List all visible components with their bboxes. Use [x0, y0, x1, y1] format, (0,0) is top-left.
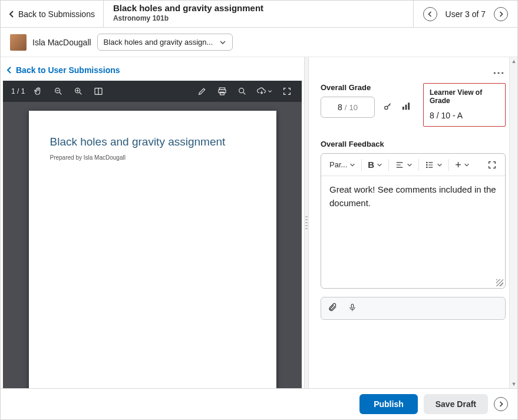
chevron-down-icon	[268, 89, 272, 94]
editor-fullscreen-button[interactable]	[485, 158, 499, 172]
fullscreen-icon	[282, 87, 292, 96]
print-button[interactable]	[212, 81, 232, 102]
fullscreen-icon	[487, 160, 497, 170]
search-button[interactable]	[232, 81, 252, 102]
overall-feedback-label: Overall Feedback	[321, 140, 506, 148]
plus-icon: +	[455, 161, 461, 169]
hand-icon	[34, 87, 43, 96]
microphone-icon	[348, 302, 357, 313]
chevron-down-icon	[219, 39, 226, 46]
pencil-icon	[197, 87, 207, 96]
scroll-down-icon: ▼	[510, 380, 518, 388]
assignment-title: Black holes and gravity assignment	[113, 3, 404, 14]
zoom-out-button[interactable]	[48, 81, 68, 102]
chevron-left-icon	[427, 11, 433, 17]
next-action-button[interactable]	[494, 397, 508, 411]
next-user-button[interactable]	[494, 7, 508, 21]
feedback-textarea[interactable]: Great work! See comments included in the…	[321, 176, 505, 288]
fullscreen-button[interactable]	[277, 81, 297, 102]
svg-rect-16	[405, 104, 407, 110]
svg-point-21	[427, 162, 427, 163]
attach-file-button[interactable]	[328, 302, 338, 315]
overall-grade-label: Overall Grade	[321, 83, 413, 92]
grade-stats-button[interactable]	[401, 102, 411, 113]
chevron-down-icon	[407, 162, 413, 168]
learner-view-label: Learner View of Grade	[430, 88, 499, 105]
chevron-down-icon	[349, 162, 355, 168]
prev-user-button[interactable]	[423, 7, 437, 21]
submission-dropdown-label: Black holes and gravity assign...	[104, 38, 213, 47]
grade-value: 8	[338, 102, 342, 112]
svg-line-13	[243, 92, 245, 94]
print-icon	[217, 87, 227, 96]
document-toolbar: 1 / 1	[3, 81, 302, 102]
paperclip-icon	[328, 302, 338, 313]
svg-line-4	[80, 92, 81, 94]
back-to-user-submissions-label: Back to User Submissions	[16, 65, 120, 75]
align-dropdown[interactable]	[392, 158, 415, 171]
chevron-right-icon	[498, 11, 504, 17]
svg-rect-27	[351, 304, 354, 308]
document-scroll-area[interactable]: Black holes and gravity assignment Prepa…	[3, 102, 302, 420]
grade-input[interactable]: 8 / 10	[321, 97, 375, 118]
learner-view-of-grade: Learner View of Grade 8 / 10 - A	[423, 83, 506, 127]
vertical-scrollbar[interactable]: ▲ ▼	[509, 57, 517, 388]
grade-separator: /	[345, 103, 347, 112]
list-icon	[425, 161, 434, 169]
scroll-up-icon: ▲	[510, 57, 518, 65]
publish-button[interactable]: Publish	[359, 394, 418, 414]
bold-dropdown[interactable]: B	[365, 157, 385, 172]
download-cloud-icon	[257, 87, 266, 96]
back-to-user-submissions[interactable]: Back to User Submissions	[1, 57, 304, 81]
document-title: Black holes and gravity assignment	[50, 135, 255, 148]
learner-name: Isla MacDougall	[32, 38, 91, 47]
svg-line-1	[60, 92, 61, 94]
zoom-out-icon	[54, 87, 63, 96]
columns-icon	[94, 87, 103, 96]
annotate-button[interactable]	[192, 81, 212, 102]
learner-view-value: 8 / 10 - A	[430, 111, 499, 120]
paragraph-style-label: Par...	[329, 160, 347, 169]
bold-icon: B	[368, 160, 374, 170]
key-icon	[383, 102, 392, 111]
header-title-block: Black holes and gravity assignment Astro…	[104, 1, 413, 27]
chevron-down-icon	[437, 162, 443, 168]
document-author: Prepared by Isla MacDougall	[50, 154, 255, 161]
align-left-icon	[395, 161, 404, 169]
insert-dropdown[interactable]: +	[453, 158, 472, 171]
svg-point-23	[427, 167, 427, 167]
svg-point-12	[239, 88, 244, 93]
paragraph-style-dropdown[interactable]: Par...	[327, 158, 358, 171]
zoom-in-icon	[74, 87, 83, 96]
chevron-left-icon	[9, 11, 15, 18]
download-button[interactable]	[252, 81, 277, 102]
list-dropdown[interactable]	[423, 158, 445, 171]
chevron-down-icon	[377, 162, 382, 168]
document-page: Black holes and gravity assignment Prepa…	[29, 111, 276, 420]
svg-rect-15	[402, 107, 404, 110]
search-icon	[237, 87, 247, 96]
zoom-in-button[interactable]	[68, 81, 88, 102]
course-subtitle: Astronomy 101b	[113, 14, 404, 22]
page-layout-button[interactable]	[88, 81, 108, 102]
back-to-submissions-label: Back to Submissions	[18, 9, 95, 19]
bar-chart-icon	[401, 102, 411, 111]
learner-avatar	[10, 34, 27, 51]
grade-key-button[interactable]	[383, 102, 392, 113]
page-counter: 1 / 1	[8, 87, 28, 95]
grip-icon	[305, 216, 308, 230]
record-audio-button[interactable]	[348, 302, 357, 315]
user-counter: User 3 of 7	[446, 9, 486, 19]
pan-tool-button[interactable]	[28, 81, 48, 102]
svg-rect-17	[408, 102, 410, 110]
back-to-submissions[interactable]: Back to Submissions	[1, 1, 104, 27]
submission-dropdown[interactable]: Black holes and gravity assign...	[97, 34, 233, 51]
svg-point-22	[427, 164, 427, 165]
save-draft-button[interactable]: Save Draft	[424, 394, 488, 414]
chevron-down-icon	[464, 162, 470, 168]
more-actions-button[interactable]: ⋯	[493, 65, 506, 80]
panel-resize-handle[interactable]	[304, 57, 309, 388]
chevron-left-icon	[6, 67, 12, 74]
feedback-editor: Par... B	[321, 153, 506, 289]
svg-point-14	[385, 106, 388, 109]
